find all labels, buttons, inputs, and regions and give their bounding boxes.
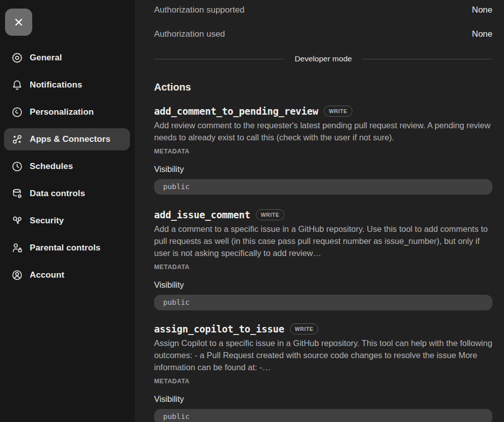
connectors-icon: [11, 133, 23, 145]
action-add-issue-comment: add_issue_comment WRITE Add a comment to…: [154, 208, 492, 310]
action-name: add_issue_comment: [154, 209, 250, 220]
sidebar-item-apps-connectors[interactable]: Apps & Connectors: [4, 128, 130, 150]
action-name: assign_copilot_to_issue: [154, 323, 284, 334]
sidebar-item-security[interactable]: Security: [4, 210, 130, 232]
sidebar-item-notifications[interactable]: Notifications: [4, 74, 130, 96]
visibility-label: Visibility: [154, 164, 492, 175]
authorization-supported-label: Authorization supported: [154, 5, 245, 15]
authorization-used-row: Authorization used None: [154, 28, 492, 40]
visibility-field[interactable]: public: [154, 179, 492, 195]
personalization-icon: [11, 106, 23, 118]
sidebar-item-general[interactable]: General: [4, 47, 130, 69]
sidebar-item-schedules[interactable]: Schedules: [4, 155, 130, 178]
metadata-label: METADATA: [154, 147, 492, 156]
clock-icon: [11, 160, 23, 173]
sidebar-item-label: Personalization: [30, 107, 94, 117]
bell-icon: [11, 79, 23, 91]
divider-line: [362, 59, 492, 59]
write-badge: WRITE: [290, 323, 319, 334]
sidebar-item-data-controls[interactable]: Data controls: [4, 183, 130, 205]
close-button[interactable]: [5, 9, 32, 36]
developer-mode-label: Developer mode: [295, 54, 352, 63]
action-name: add_comment_to_pending_review: [154, 106, 318, 117]
settings-dialog: General Notifications: [0, 0, 504, 422]
sidebar-item-label: Parental controls: [30, 243, 101, 253]
developer-mode-divider: Developer mode: [154, 53, 492, 64]
authorization-used-value: None: [472, 29, 492, 39]
action-header: add_comment_to_pending_review WRITE: [154, 105, 492, 118]
settings-nav: General Notifications: [5, 47, 130, 286]
action-header: assign_copilot_to_issue WRITE: [154, 322, 492, 335]
sidebar-item-label: Account: [30, 270, 64, 280]
sidebar-item-label: Apps & Connectors: [30, 134, 110, 144]
sidebar-item-label: Security: [30, 216, 64, 226]
visibility-label: Visibility: [154, 394, 492, 404]
write-badge: WRITE: [324, 106, 352, 117]
write-badge: WRITE: [256, 209, 284, 220]
sidebar-item-account[interactable]: Account: [4, 264, 130, 286]
action-description: Assign Copilot to a specific issue in a …: [154, 337, 492, 373]
divider-line: [154, 59, 284, 59]
sidebar-item-label: Schedules: [30, 161, 73, 172]
visibility-field[interactable]: public: [154, 409, 492, 422]
authorization-supported-row: Authorization supported None: [154, 4, 492, 16]
sidebar-item-parental-controls[interactable]: Parental controls: [4, 237, 130, 259]
sidebar-item-label: Data controls: [30, 189, 85, 199]
action-add-comment-to-pending-review: add_comment_to_pending_review WRITE Add …: [154, 105, 492, 195]
metadata-label: METADATA: [154, 377, 492, 386]
settings-sidebar: General Notifications: [0, 0, 135, 422]
action-description: Add a comment to a specific issue in a G…: [154, 223, 492, 259]
account-icon: [11, 269, 23, 281]
sidebar-item-personalization[interactable]: Personalization: [4, 101, 130, 123]
database-icon: [11, 188, 23, 200]
metadata-label: METADATA: [154, 263, 492, 272]
sidebar-item-label: General: [30, 53, 62, 63]
visibility-field[interactable]: public: [154, 295, 492, 310]
sidebar-item-label: Notifications: [30, 80, 82, 90]
action-description: Add review comment to the requester's la…: [154, 119, 492, 143]
keys-icon: [11, 215, 23, 227]
person-lock-icon: [11, 242, 23, 254]
visibility-label: Visibility: [154, 280, 492, 290]
actions-heading: Actions: [154, 80, 492, 94]
gear-icon: [11, 52, 23, 64]
authorization-supported-value: None: [472, 5, 492, 15]
connector-details-panel: Authorization supported None Authorizati…: [135, 0, 504, 422]
authorization-used-label: Authorization used: [154, 29, 225, 39]
action-header: add_issue_comment WRITE: [154, 208, 492, 221]
action-assign-copilot-to-issue: assign_copilot_to_issue WRITE Assign Cop…: [154, 322, 492, 422]
close-icon: [12, 16, 25, 29]
